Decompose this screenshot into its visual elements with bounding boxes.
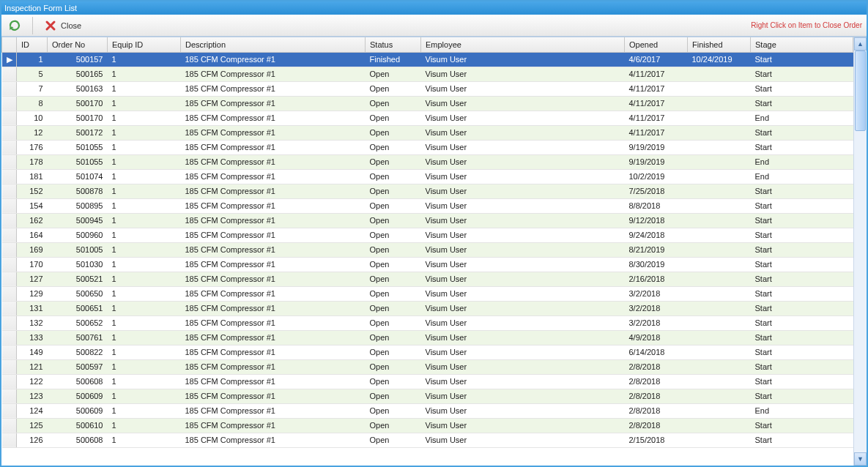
table-row[interactable]: ▶15001571185 CFM Compressor #1FinishedVi… [2,52,853,67]
cell-stage[interactable]: Start [751,184,853,198]
cell-description[interactable]: 185 CFM Compressor #1 [181,111,366,125]
cell-status[interactable]: Open [366,228,421,242]
cell-opened[interactable]: 9/19/2019 [625,154,688,169]
cell-id[interactable]: 123 [17,389,48,403]
cell-id[interactable]: 178 [17,154,48,169]
cell-description[interactable]: 185 CFM Compressor #1 [181,198,366,213]
cell-equip-id[interactable]: 1 [108,272,181,286]
cell-employee[interactable]: Visum User [421,272,625,286]
cell-opened[interactable]: 4/11/2017 [625,81,688,96]
row-indicator[interactable] [2,359,17,374]
cell-id[interactable]: 164 [17,228,48,242]
cell-description[interactable]: 185 CFM Compressor #1 [181,81,366,96]
table-row[interactable]: 85001701185 CFM Compressor #1OpenVisum U… [2,96,853,111]
row-indicator[interactable] [2,96,17,111]
cell-status[interactable]: Open [366,81,421,96]
table-row[interactable]: 1625009451185 CFM Compressor #1OpenVisum… [2,213,853,228]
table-row[interactable]: 105001701185 CFM Compressor #1OpenVisum … [2,111,853,125]
cell-order-no[interactable]: 500878 [48,184,108,198]
row-indicator[interactable]: ▶ [2,52,17,67]
table-row[interactable]: 1225006081185 CFM Compressor #1OpenVisum… [2,374,853,389]
cell-finished[interactable] [688,257,751,272]
row-indicator[interactable] [2,374,17,389]
cell-employee[interactable]: Visum User [421,228,625,242]
cell-id[interactable]: 169 [17,242,48,257]
cell-status[interactable]: Open [366,359,421,374]
cell-id[interactable]: 170 [17,257,48,272]
row-indicator[interactable] [2,213,17,228]
cell-employee[interactable]: Visum User [421,213,625,228]
cell-equip-id[interactable]: 1 [108,315,181,330]
cell-stage[interactable]: End [751,154,853,169]
cell-stage[interactable]: Start [751,315,853,330]
row-indicator[interactable] [2,257,17,272]
row-indicator[interactable] [2,242,17,257]
scroll-track[interactable] [854,51,867,452]
cell-finished[interactable] [688,111,751,125]
cell-description[interactable]: 185 CFM Compressor #1 [181,96,366,111]
cell-equip-id[interactable]: 1 [108,433,181,447]
cell-id[interactable]: 131 [17,301,48,315]
cell-order-no[interactable]: 500170 [48,96,108,111]
cell-equip-id[interactable]: 1 [108,213,181,228]
col-order-no[interactable]: Order No [48,37,108,52]
cell-stage[interactable]: End [751,111,853,125]
cell-order-no[interactable]: 500895 [48,198,108,213]
cell-order-no[interactable]: 500609 [48,389,108,403]
row-indicator[interactable] [2,198,17,213]
cell-finished[interactable] [688,330,751,345]
scroll-down-arrow[interactable]: ▼ [854,452,867,466]
cell-status[interactable]: Open [366,433,421,447]
row-indicator[interactable] [2,345,17,359]
cell-status[interactable]: Open [366,315,421,330]
table-row[interactable]: 1245006091185 CFM Compressor #1OpenVisum… [2,403,853,418]
cell-order-no[interactable]: 500945 [48,213,108,228]
table-row[interactable]: 1645009601185 CFM Compressor #1OpenVisum… [2,228,853,242]
cell-order-no[interactable]: 500609 [48,403,108,418]
cell-opened[interactable]: 4/6/2017 [625,52,688,67]
cell-equip-id[interactable]: 1 [108,330,181,345]
cell-equip-id[interactable]: 1 [108,228,181,242]
cell-equip-id[interactable]: 1 [108,67,181,81]
table-row[interactable]: 1235006091185 CFM Compressor #1OpenVisum… [2,389,853,403]
cell-id[interactable]: 10 [17,111,48,125]
cell-employee[interactable]: Visum User [421,315,625,330]
cell-finished[interactable] [688,198,751,213]
cell-stage[interactable]: Start [751,140,853,154]
table-row[interactable]: 75001631185 CFM Compressor #1OpenVisum U… [2,81,853,96]
cell-stage[interactable]: End [751,403,853,418]
cell-stage[interactable]: Start [751,330,853,345]
cell-order-no[interactable]: 500610 [48,418,108,433]
cell-stage[interactable]: Start [751,374,853,389]
cell-employee[interactable]: Visum User [421,169,625,184]
cell-equip-id[interactable]: 1 [108,286,181,301]
row-indicator[interactable] [2,403,17,418]
cell-status[interactable]: Open [366,198,421,213]
row-indicator[interactable] [2,389,17,403]
cell-finished[interactable] [688,67,751,81]
cell-stage[interactable]: End [751,169,853,184]
cell-equip-id[interactable]: 1 [108,301,181,315]
cell-stage[interactable]: Start [751,198,853,213]
cell-order-no[interactable]: 500822 [48,345,108,359]
cell-equip-id[interactable]: 1 [108,111,181,125]
cell-employee[interactable]: Visum User [421,301,625,315]
cell-status[interactable]: Open [366,125,421,140]
cell-equip-id[interactable]: 1 [108,184,181,198]
cell-opened[interactable]: 3/2/2018 [625,301,688,315]
cell-id[interactable]: 176 [17,140,48,154]
cell-id[interactable]: 5 [17,67,48,81]
cell-stage[interactable]: Start [751,213,853,228]
cell-equip-id[interactable]: 1 [108,418,181,433]
cell-equip-id[interactable]: 1 [108,140,181,154]
cell-finished[interactable] [688,169,751,184]
cell-id[interactable]: 152 [17,184,48,198]
row-indicator[interactable] [2,330,17,345]
cell-finished[interactable]: 10/24/2019 [688,52,751,67]
cell-equip-id[interactable]: 1 [108,345,181,359]
col-rowhead[interactable] [2,37,17,52]
table-row[interactable]: 1215005971185 CFM Compressor #1OpenVisum… [2,359,853,374]
table-row[interactable]: 1295006501185 CFM Compressor #1OpenVisum… [2,286,853,301]
cell-employee[interactable]: Visum User [421,403,625,418]
cell-equip-id[interactable]: 1 [108,389,181,403]
